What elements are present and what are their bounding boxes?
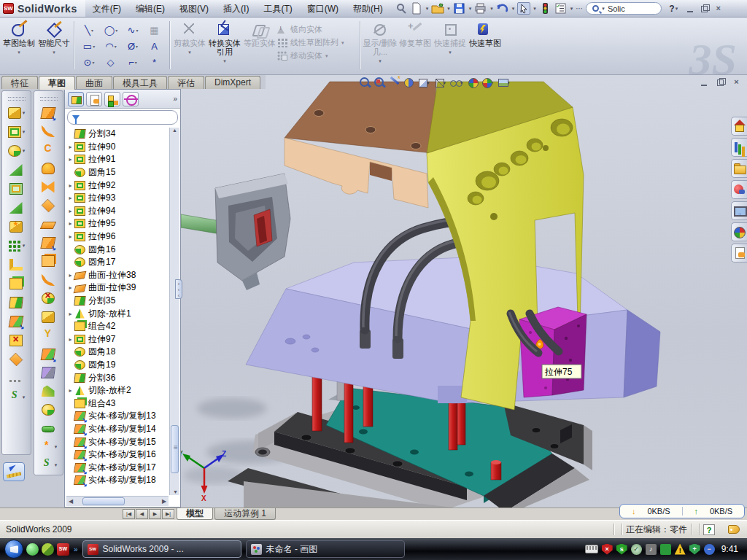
print-dropdown[interactable]: ▾: [490, 6, 493, 12]
tree-item[interactable]: ▸ 拉伸92: [66, 179, 169, 192]
feature-label[interactable]: 实体-移动/复制15: [88, 436, 156, 448]
scroll-thumb[interactable]: [171, 425, 179, 473]
toolbar-icon-button[interactable]: ×: [34, 289, 63, 307]
feature-label[interactable]: 实体-移动/复制17: [88, 462, 156, 474]
toolbar-icon-button[interactable]: [34, 363, 63, 381]
taskbar-clock[interactable]: 9:41: [721, 544, 738, 554]
zoom-area-icon[interactable]: [374, 77, 386, 89]
sketch-entity-button[interactable]: ∿▾: [122, 22, 144, 38]
toolbar-icon-button[interactable]: [2, 369, 31, 388]
feature-label[interactable]: 分割35: [88, 295, 115, 307]
badge-icon[interactable]: ✓: [631, 544, 642, 555]
help-button[interactable]: ?: [669, 4, 674, 14]
toolbar-icon-button[interactable]: [34, 382, 63, 400]
tree-item[interactable]: 组合43: [66, 397, 169, 410]
view-tool[interactable]: [468, 77, 477, 89]
tree-item[interactable]: 实体-移动/复制13: [66, 410, 169, 423]
menu-item[interactable]: 窗口(W): [300, 0, 346, 17]
document-tab[interactable]: 运动算例 1: [214, 508, 276, 520]
toolbar-icon-button[interactable]: [34, 215, 63, 233]
print-icon[interactable]: [474, 2, 487, 15]
view-tool[interactable]: [388, 77, 398, 89]
warning-icon[interactable]: !: [675, 544, 686, 555]
view-tool[interactable]: ▾: [450, 77, 463, 89]
sketch-entity-button[interactable]: Ø▾: [122, 38, 144, 54]
menu-item[interactable]: 编辑(E): [128, 0, 172, 17]
messenger-quicklaunch-icon[interactable]: [26, 543, 39, 556]
feature-label[interactable]: 拉伸91: [88, 153, 115, 166]
view-palette-tab[interactable]: [731, 201, 747, 220]
menu-item[interactable]: 文件(F): [85, 0, 128, 17]
overflow-dots[interactable]: ⋯: [576, 4, 583, 12]
command-tab[interactable]: 评估: [168, 76, 204, 89]
feature-label[interactable]: 曲面-拉伸38: [88, 269, 136, 281]
feature-label[interactable]: 实体-移动/复制14: [88, 423, 156, 435]
instant3d-toggle-button[interactable]: [3, 462, 25, 481]
select-dropdown[interactable]: ▾: [533, 6, 536, 12]
toolbar-icon-button[interactable]: [34, 252, 63, 271]
tree-item[interactable]: 分割34: [66, 128, 169, 141]
expand-arrow[interactable]: ▸: [66, 272, 74, 279]
tag-icon[interactable]: [728, 525, 740, 534]
tree-item[interactable]: 圆角17: [66, 256, 169, 269]
feature-label[interactable]: 拉伸94: [88, 205, 115, 217]
toolbar-icon-button[interactable]: ▾: [2, 122, 31, 141]
feature-manager-tab[interactable]: [68, 92, 84, 106]
volume-icon[interactable]: ♪: [646, 544, 657, 555]
toolbar-icon-button[interactable]: ▾: [2, 141, 31, 160]
document-tab[interactable]: 模型: [177, 508, 213, 520]
apply-scene-icon[interactable]: [498, 79, 508, 87]
pin-icon[interactable]: [395, 2, 408, 15]
tree-vertical-scrollbar[interactable]: ▲ ▼: [169, 128, 179, 495]
expand-arrow[interactable]: ▸: [66, 144, 74, 150]
tree-item[interactable]: ▸ 拉伸96: [66, 230, 169, 244]
feature-label[interactable]: 组合42: [88, 320, 115, 332]
sketch-entity-button[interactable]: ▦: [144, 22, 166, 38]
toolbar-icon-button[interactable]: [34, 196, 63, 214]
feature-label[interactable]: 拉伸92: [88, 179, 115, 192]
feature-label[interactable]: 拉伸90: [88, 141, 115, 153]
quick-tips-icon[interactable]: ?: [703, 524, 715, 535]
file-explorer-tab[interactable]: [731, 159, 747, 178]
select-cursor-icon[interactable]: [517, 2, 530, 15]
zoom-fit-icon[interactable]: [359, 77, 371, 89]
feature-label[interactable]: 实体-移动/复制16: [88, 448, 156, 461]
configuration-manager-tab[interactable]: [104, 92, 120, 106]
antivirus-icon[interactable]: ×: [602, 544, 613, 555]
toolbar-icon-button[interactable]: [34, 178, 63, 196]
view-tool[interactable]: [359, 77, 369, 89]
toolbar-icon-button[interactable]: [2, 160, 31, 179]
tree-horizontal-scrollbar[interactable]: ◀ ▶: [66, 496, 169, 506]
search-dropdown[interactable]: ▾: [602, 6, 605, 12]
help-dropdown[interactable]: ▾: [676, 6, 678, 12]
command-tab[interactable]: 草图: [39, 76, 75, 90]
menu-item[interactable]: 工具(T): [256, 0, 299, 17]
tree-item[interactable]: 实体-移动/复制17: [66, 461, 169, 474]
toolbar-icon-button[interactable]: [2, 312, 31, 331]
quicklaunch-overflow[interactable]: »: [74, 545, 78, 553]
dimxpert-manager-tab[interactable]: [123, 92, 139, 106]
undo-dropdown[interactable]: ▾: [512, 6, 515, 12]
toolbar-icon-button[interactable]: S ▾: [34, 456, 63, 475]
toolbar-row-button[interactable]: 镜向实体: [277, 24, 357, 35]
toolbar-icon-button[interactable]: [34, 122, 63, 140]
expand-arrow[interactable]: ▸: [66, 284, 74, 291]
view-orientation-icon[interactable]: [419, 79, 427, 88]
toolbar-button[interactable]: 转换实体引用 ▾: [207, 20, 242, 71]
rebuild-traffic-light-icon[interactable]: [539, 2, 552, 15]
toolbar-button[interactable]: 智能尺寸 ▾: [36, 20, 71, 71]
options-dropdown[interactable]: ▾: [570, 6, 573, 12]
tab-nav-button[interactable]: ▶|: [162, 509, 174, 519]
resources-tab[interactable]: [731, 117, 747, 136]
realview-icon[interactable]: [468, 78, 479, 88]
search-input[interactable]: Solic: [608, 4, 625, 13]
tree-item[interactable]: 圆角16: [66, 243, 169, 256]
appearances-tab[interactable]: [731, 222, 747, 241]
scroll-left-arrow[interactable]: ◀: [66, 498, 75, 505]
tree-item[interactable]: ▸ 切除-放样1: [66, 307, 169, 320]
feature-label[interactable]: 拉伸97: [88, 333, 115, 346]
feature-label[interactable]: 拉伸95: [88, 217, 115, 230]
taskbar-task-button[interactable]: 未命名 - 画图: [246, 540, 405, 558]
design-library-tab[interactable]: [731, 138, 747, 157]
tree-item[interactable]: 分割36: [66, 371, 169, 384]
